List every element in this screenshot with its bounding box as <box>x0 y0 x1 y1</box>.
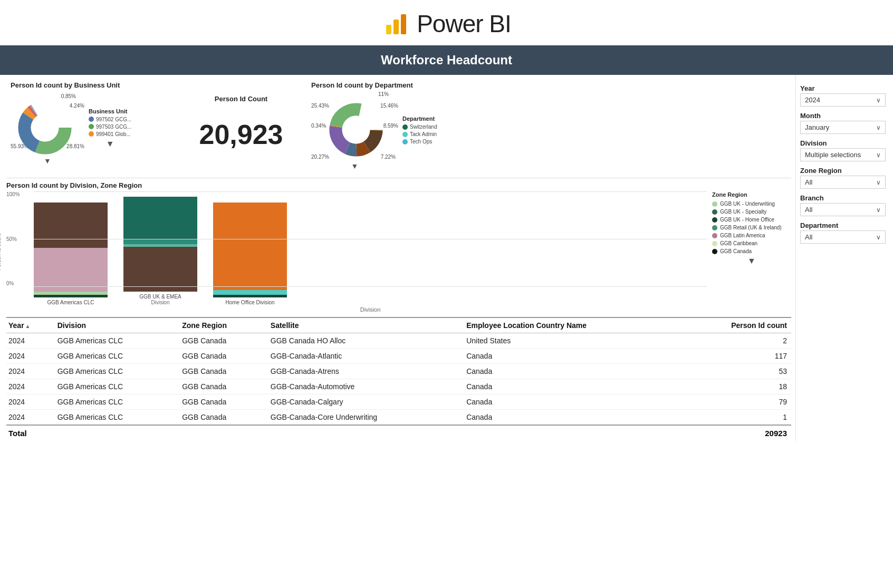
zone-legend: Zone Region GGB UK - Underwriting GGB UK… <box>707 191 791 313</box>
powerbi-logo-icon <box>382 10 409 37</box>
bar-americas-label: GGB Americas CLC <box>47 300 94 305</box>
department-filter-value: All <box>805 233 812 241</box>
table-row: 2024 GGB Americas CLC GGB Canada GGB Can… <box>6 333 791 349</box>
bu-chart-expand-icon[interactable]: ▼ <box>44 157 51 165</box>
cell-country-6: Canada <box>464 410 684 426</box>
app-title: Power BI <box>417 9 511 38</box>
zone-dot-7 <box>712 249 717 254</box>
bu-dot-1 <box>89 117 94 122</box>
zone-label-3: GGB UK - Home Office <box>720 217 774 223</box>
grid-line-100 <box>34 191 707 192</box>
table-row: 2024 GGB Americas CLC GGB Canada GGB-Can… <box>6 410 791 426</box>
dept-chart-expand-icon[interactable]: ▼ <box>351 162 359 170</box>
cell-zone-1: GGB Canada <box>180 333 268 349</box>
division-filter-dropdown[interactable]: Multiple selections ∨ <box>800 148 886 161</box>
division-chevron-icon: ∨ <box>876 151 881 159</box>
cell-year-3: 2024 <box>6 364 55 379</box>
bu-label-2: 997503 GCG... <box>96 124 131 130</box>
dept-pct-11: 11% <box>378 91 389 97</box>
bar-americas: GGB Americas CLC <box>34 203 108 305</box>
zone-legend-expand-icon[interactable]: ▼ <box>712 256 791 266</box>
dept-donut-container: 11% 15.46% 8.59% 7.22% 20.27% 0.34% 25.4… <box>311 91 503 170</box>
bar-home-stack[interactable] <box>213 203 287 297</box>
bar-uk-stack[interactable] <box>123 197 197 292</box>
year-filter-value: 2024 <box>805 96 820 104</box>
dept-legend: Department Switzerland Tack Admin Tech O… <box>402 115 437 146</box>
grid-line-0 <box>34 286 707 287</box>
table-header: Year▲ Division Zone Region Satellite Emp… <box>6 318 791 333</box>
month-filter-value: January <box>805 123 829 131</box>
col-year: Year▲ <box>6 318 55 333</box>
zone-item-5: GGB Latin America <box>712 233 791 238</box>
zone-region-chevron-icon: ∨ <box>876 179 881 186</box>
svg-point-8 <box>31 114 59 142</box>
dept-dot-3 <box>402 139 408 144</box>
cell-count-2: 117 <box>684 349 791 364</box>
branch-chevron-icon: ∨ <box>876 206 881 214</box>
data-table: Year▲ Division Zone Region Satellite Emp… <box>6 318 791 441</box>
bu-chart-title: Person Id count by Business Unit <box>11 81 171 89</box>
dept-chart-section: Person Id count by Department 11% 15.46%… <box>307 79 507 172</box>
bu-legend-expand-icon[interactable]: ▼ <box>89 139 131 149</box>
cell-sat-6: GGB-Canada-Core Underwriting <box>268 410 464 426</box>
col-employee-country: Employee Location Country Name <box>464 318 684 333</box>
division-filter-label: Division <box>800 139 886 147</box>
dept-legend-item-3: Tech Ops <box>402 139 437 144</box>
cell-sat-4: GGB-Canada-Automotive <box>268 379 464 394</box>
bu-legend-item-2: 997503 GCG... <box>89 124 131 130</box>
bu-legend-title: Business Unit <box>89 108 131 114</box>
year-filter-dropdown[interactable]: 2024 ∨ <box>800 93 886 107</box>
svg-point-16 <box>342 116 370 144</box>
zone-dot-2 <box>712 209 717 215</box>
zone-item-6: GGB Caribbean <box>712 240 791 246</box>
dept-pct-034: 0.34% <box>311 123 326 129</box>
bu-label-3: 999401 Glob... <box>96 131 131 137</box>
branch-filter-dropdown[interactable]: All ∨ <box>800 203 886 216</box>
month-filter-dropdown[interactable]: January ∨ <box>800 121 886 134</box>
filter-sidebar: Year 2024 ∨ Month January ∨ Division Mul… <box>795 75 893 441</box>
cell-count-3: 53 <box>684 364 791 379</box>
bu-legend: Business Unit 997502 GCG... 997503 GCG..… <box>89 108 131 149</box>
zone-region-filter-dropdown[interactable]: All ∨ <box>800 176 886 189</box>
cell-year-6: 2024 <box>6 410 55 426</box>
dept-label-2: Tack Admin <box>410 131 437 137</box>
person-id-count-section: Person Id Count 20,923 <box>175 79 307 152</box>
bar-americas-seg4 <box>34 295 108 297</box>
person-id-count-value: 20,923 <box>179 119 303 150</box>
zone-dot-4 <box>712 225 717 230</box>
dept-donut-svg <box>327 101 385 159</box>
left-panel: Person Id count by Business Unit 0.85% 4… <box>0 75 795 441</box>
cell-zone-6: GGB Canada <box>180 410 268 426</box>
cell-sat-3: GGB-Canada-Atrens <box>268 364 464 379</box>
zone-label-4: GGB Retail (UK & Ireland) <box>720 225 782 230</box>
col-division: Division <box>55 318 180 333</box>
department-filter-label: Department <box>800 221 886 229</box>
zone-region-filter-value: All <box>805 178 812 186</box>
dept-dot-2 <box>402 132 408 137</box>
table-header-row: Year▲ Division Zone Region Satellite Emp… <box>6 318 791 333</box>
main-content: Person Id count by Business Unit 0.85% 4… <box>0 75 893 441</box>
col-zone-region: Zone Region <box>180 318 268 333</box>
branch-filter-value: All <box>805 206 812 214</box>
zone-item-2: GGB UK - Specialty <box>712 209 791 215</box>
cell-div-2: GGB Americas CLC <box>55 349 180 364</box>
bar-home-seg3 <box>213 295 287 297</box>
cell-year-2: 2024 <box>6 349 55 364</box>
department-filter-dropdown[interactable]: All ∨ <box>800 230 886 244</box>
zone-item-4: GGB Retail (UK & Ireland) <box>712 225 791 230</box>
year-filter-label: Year <box>800 84 886 92</box>
col-year-label: Year <box>8 321 24 330</box>
dept-legend-item-2: Tack Admin <box>402 131 437 137</box>
bar-americas-seg2 <box>34 248 108 292</box>
y-label-0: 0% <box>6 281 20 286</box>
year-sort-icon[interactable]: ▲ <box>25 323 31 329</box>
bar-americas-stack[interactable] <box>34 203 108 297</box>
bar-home-seg2 <box>213 290 287 295</box>
bu-legend-item-3: 999401 Glob... <box>89 131 131 137</box>
zone-dot-5 <box>712 233 717 238</box>
bu-donut-chart: 0.85% 4.24% 55.93% 28.81% <box>11 91 84 165</box>
dept-dot-1 <box>402 124 408 130</box>
bar-uk-seg2 <box>123 239 197 244</box>
dept-donut-chart: 11% 15.46% 8.59% 7.22% 20.27% 0.34% 25.4… <box>311 91 398 170</box>
bar-uk-label2: Division <box>151 300 169 305</box>
